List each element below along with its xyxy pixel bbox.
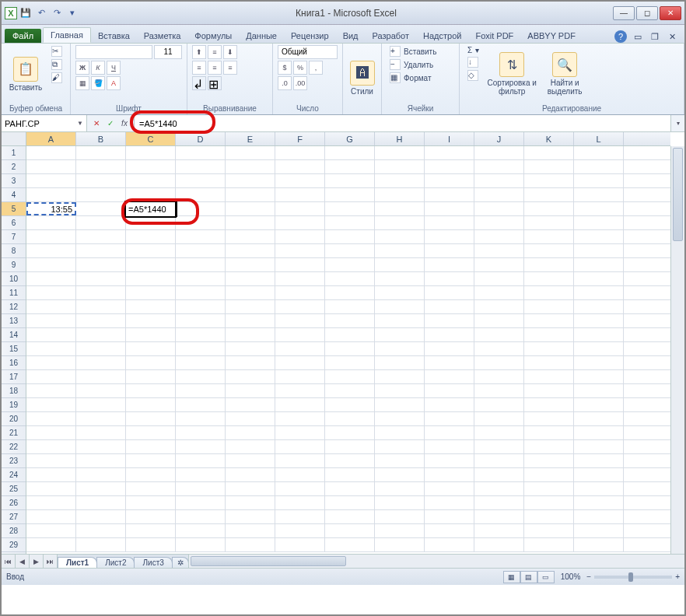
cell-B19[interactable] [76, 398, 126, 411]
maximize-button[interactable]: ◻ [636, 6, 658, 20]
clear-button[interactable]: ◇ [464, 69, 482, 82]
zoom-thumb[interactable] [628, 572, 633, 582]
cell-B6[interactable] [76, 216, 126, 229]
tab-layout[interactable]: Разметка [137, 29, 188, 43]
cell-F2[interactable] [275, 160, 325, 173]
cell-I2[interactable] [425, 160, 474, 173]
cell-B16[interactable] [76, 356, 126, 369]
cell-K12[interactable] [524, 300, 574, 313]
cell-G2[interactable] [325, 160, 375, 173]
cell-H19[interactable] [375, 398, 425, 411]
cell-F10[interactable] [275, 272, 325, 285]
cell-D26[interactable] [176, 496, 226, 509]
cell-K7[interactable] [524, 230, 574, 243]
row-header-4[interactable]: 4 [2, 188, 26, 202]
cells-area[interactable]: 13:55=A5*1440 [26, 146, 670, 554]
cell-F1[interactable] [275, 146, 325, 159]
decrease-decimal-button[interactable]: .00 [293, 76, 307, 90]
cell-A7[interactable] [26, 230, 76, 243]
format-painter-button[interactable]: 🖌 [48, 72, 65, 84]
cell-F19[interactable] [275, 398, 325, 411]
cell-I17[interactable] [425, 370, 474, 383]
styles-button[interactable]: 🅰 Стили [348, 45, 376, 111]
align-top-button[interactable]: ⬆ [192, 45, 206, 59]
cell-K21[interactable] [524, 426, 574, 439]
fx-icon[interactable]: fx [118, 117, 131, 130]
cell-C13[interactable] [126, 314, 176, 327]
cell-D14[interactable] [176, 328, 226, 341]
minimize-button[interactable]: — [613, 6, 635, 20]
cell-H16[interactable] [375, 356, 425, 369]
cell-E14[interactable] [226, 328, 275, 341]
cell-L11[interactable] [574, 286, 624, 299]
hscroll-thumb[interactable] [191, 556, 346, 566]
row-header-3[interactable]: 3 [2, 174, 26, 188]
cell-A9[interactable] [26, 258, 76, 271]
cell-B26[interactable] [76, 496, 126, 509]
tab-abbyy[interactable]: ABBYY PDF [520, 29, 583, 43]
cell-I19[interactable] [425, 398, 474, 411]
column-header-D[interactable]: D [176, 132, 226, 145]
cell-C22[interactable] [126, 440, 176, 453]
cell-J10[interactable] [474, 272, 524, 285]
cell-G23[interactable] [325, 454, 375, 467]
cell-L24[interactable] [574, 468, 624, 481]
cell-J8[interactable] [474, 244, 524, 257]
align-bottom-button[interactable]: ⬇ [223, 45, 237, 59]
cell-J2[interactable] [474, 160, 524, 173]
row-header-8[interactable]: 8 [2, 244, 26, 258]
cell-D5[interactable] [176, 202, 226, 215]
cell-A20[interactable] [26, 412, 76, 425]
cell-F6[interactable] [275, 216, 325, 229]
ribbon-minimize-icon[interactable]: ▭ [632, 30, 644, 43]
cell-J17[interactable] [474, 370, 524, 383]
cell-B29[interactable] [76, 538, 126, 551]
cell-I27[interactable] [425, 510, 474, 523]
tab-view[interactable]: Вид [336, 29, 366, 43]
cell-G26[interactable] [325, 496, 375, 509]
cell-C28[interactable] [126, 524, 176, 537]
cell-F8[interactable] [275, 244, 325, 257]
cell-G14[interactable] [325, 328, 375, 341]
cell-G10[interactable] [325, 272, 375, 285]
cell-K22[interactable] [524, 440, 574, 453]
cell-L5[interactable] [574, 202, 624, 215]
row-header-14[interactable]: 14 [2, 328, 26, 342]
row-header-13[interactable]: 13 [2, 314, 26, 328]
cell-A8[interactable] [26, 244, 76, 257]
cell-E18[interactable] [226, 384, 275, 397]
cell-G17[interactable] [325, 370, 375, 383]
cell-D1[interactable] [176, 146, 226, 159]
column-header-C[interactable]: C [126, 132, 176, 145]
cell-J1[interactable] [474, 146, 524, 159]
doc-close-icon[interactable]: ✕ [666, 30, 678, 43]
cell-D17[interactable] [176, 370, 226, 383]
row-header-28[interactable]: 28 [2, 524, 26, 538]
cell-K6[interactable] [524, 216, 574, 229]
wrap-text-button[interactable]: ↲ [192, 76, 206, 90]
cell-G9[interactable] [325, 258, 375, 271]
cell-D16[interactable] [176, 356, 226, 369]
cell-J3[interactable] [474, 174, 524, 187]
cell-A4[interactable] [26, 188, 76, 201]
row-header-27[interactable]: 27 [2, 510, 26, 524]
name-dropdown-icon[interactable]: ▼ [77, 120, 83, 127]
cell-J14[interactable] [474, 328, 524, 341]
currency-button[interactable]: $ [278, 61, 292, 75]
row-header-15[interactable]: 15 [2, 342, 26, 356]
cell-A18[interactable] [26, 384, 76, 397]
cell-J25[interactable] [474, 482, 524, 495]
cell-L9[interactable] [574, 258, 624, 271]
cell-H2[interactable] [375, 160, 425, 173]
cell-C14[interactable] [126, 328, 176, 341]
cell-E29[interactable] [226, 538, 275, 551]
cell-G25[interactable] [325, 482, 375, 495]
cell-B9[interactable] [76, 258, 126, 271]
cell-B27[interactable] [76, 510, 126, 523]
tab-developer[interactable]: Разработ [366, 29, 416, 43]
cell-C16[interactable] [126, 356, 176, 369]
cell-H26[interactable] [375, 496, 425, 509]
tab-home[interactable]: Главная [43, 27, 91, 43]
file-tab[interactable]: Файл [5, 29, 41, 43]
align-center-button[interactable]: ≡ [208, 61, 222, 75]
